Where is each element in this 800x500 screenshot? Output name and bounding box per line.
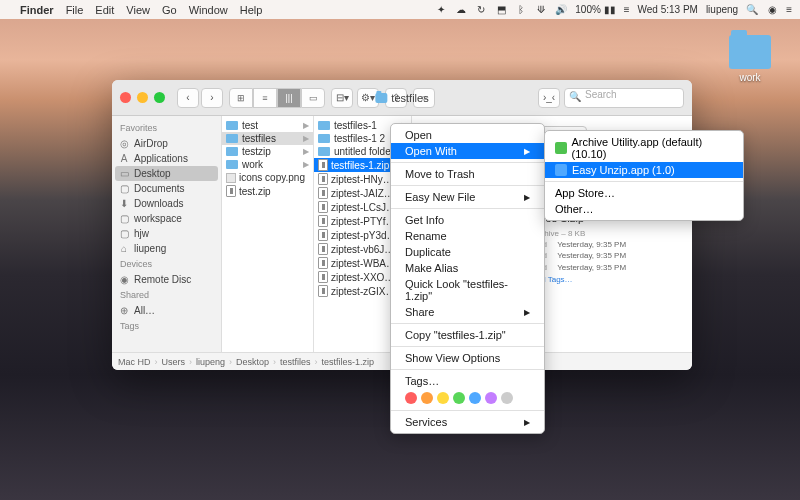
zoom-button[interactable] — [154, 92, 165, 103]
menu-item-services[interactable]: Services▶ — [391, 414, 544, 430]
menu-file[interactable]: File — [66, 4, 84, 16]
menu-item-duplicate[interactable]: Duplicate — [391, 244, 544, 260]
wifi-icon[interactable]: ⟱ — [535, 4, 547, 16]
sidebar-item-liupeng[interactable]: ⌂liupeng — [112, 241, 221, 256]
menu-edit[interactable]: Edit — [95, 4, 114, 16]
path-segment[interactable]: liupeng — [196, 357, 225, 367]
submenu-item-archive-utility[interactable]: Archive Utility.app (default) (10.10) — [545, 134, 743, 162]
evernote-icon[interactable]: ✦ — [435, 4, 447, 16]
menu-item-easy-new-file[interactable]: Easy New File▶ — [391, 189, 544, 205]
folder-icon — [318, 147, 330, 156]
menu-item-get-info[interactable]: Get Info — [391, 212, 544, 228]
path-segment[interactable]: Desktop — [236, 357, 269, 367]
minimize-button[interactable] — [137, 92, 148, 103]
list-item[interactable]: testzip▶ — [222, 145, 313, 158]
sidebar-item-documents[interactable]: ▢Documents — [112, 181, 221, 196]
back-button[interactable]: ‹ — [177, 88, 199, 108]
dropbox-icon[interactable]: ⬒ — [495, 4, 507, 16]
sync-icon[interactable]: ↻ — [475, 4, 487, 16]
tag-orange[interactable] — [421, 392, 433, 404]
sidebar-item-airdrop[interactable]: ◎AirDrop — [112, 136, 221, 151]
folder-icon — [226, 134, 238, 143]
forward-button[interactable]: › — [201, 88, 223, 108]
folder-icon — [318, 134, 330, 143]
list-item[interactable]: work▶ — [222, 158, 313, 171]
menu-view[interactable]: View — [126, 4, 150, 16]
list-item[interactable]: testfiles▶ — [222, 132, 313, 145]
zip-icon — [318, 243, 328, 255]
column-view-button[interactable]: ||| — [277, 88, 301, 108]
zip-icon — [318, 159, 328, 171]
zip-icon — [318, 229, 328, 241]
sidebar-heading-shared: Shared — [112, 287, 221, 303]
siri-icon[interactable]: ◉ — [766, 4, 778, 16]
bluetooth-icon[interactable]: ᛒ — [515, 4, 527, 16]
search-input[interactable]: Search — [564, 88, 684, 108]
notification-center-icon[interactable]: ≡ — [786, 4, 792, 15]
clock[interactable]: Wed 5:13 PM — [637, 4, 697, 15]
path-segment[interactable]: testfiles — [280, 357, 311, 367]
tag-green[interactable] — [453, 392, 465, 404]
menu-help[interactable]: Help — [240, 4, 263, 16]
menu-window[interactable]: Window — [189, 4, 228, 16]
volume-icon[interactable]: 🔊 — [555, 4, 567, 16]
tag-purple[interactable] — [485, 392, 497, 404]
titlebar: ‹ › ⊞ ≡ ||| ▭ ⊟▾ ⚙▾ ⇧ ○ testfiles ›_‹ Se… — [112, 80, 692, 116]
sidebar-item-remote-disc[interactable]: ◉Remote Disc — [112, 272, 221, 287]
tag-gray[interactable] — [501, 392, 513, 404]
menu-item-make-alias[interactable]: Make Alias — [391, 260, 544, 276]
path-segment[interactable]: testfiles-1.zip — [322, 357, 375, 367]
menu-item-share[interactable]: Share▶ — [391, 304, 544, 320]
menu-item-open-with[interactable]: Open With▶ — [391, 143, 544, 159]
submenu-item-easy-unzip[interactable]: Easy Unzip.app (1.0) — [545, 162, 743, 178]
user-menu[interactable]: liupeng — [706, 4, 738, 15]
list-view-button[interactable]: ≡ — [253, 88, 277, 108]
spotlight-icon[interactable]: 🔍 — [746, 4, 758, 15]
battery-status[interactable]: 100% ▮▮ — [575, 4, 615, 15]
list-item[interactable]: test▶ — [222, 119, 313, 132]
tag-red[interactable] — [405, 392, 417, 404]
tag-yellow[interactable] — [437, 392, 449, 404]
sidebar: Favorites ◎AirDrop AApplications ▭Deskto… — [112, 116, 222, 352]
list-item[interactable]: test.zip — [222, 184, 313, 198]
menu-item-quick-look[interactable]: Quick Look "testfiles-1.zip" — [391, 276, 544, 304]
zip-icon — [318, 257, 328, 269]
sidebar-item-all-shared[interactable]: ⊕All… — [112, 303, 221, 318]
zip-icon — [318, 173, 328, 185]
sidebar-item-desktop[interactable]: ▭Desktop — [115, 166, 218, 181]
path-segment[interactable]: Mac HD — [118, 357, 151, 367]
icon-view-button[interactable]: ⊞ — [229, 88, 253, 108]
menu-item-move-to-trash[interactable]: Move to Trash — [391, 166, 544, 182]
wechat-icon[interactable]: ☁ — [455, 4, 467, 16]
open-with-submenu: Archive Utility.app (default) (10.10) Ea… — [544, 130, 744, 221]
close-button[interactable] — [120, 92, 131, 103]
menu-item-copy[interactable]: Copy "testfiles-1.zip" — [391, 327, 544, 343]
menu-item-show-view-options[interactable]: Show View Options — [391, 350, 544, 366]
disc-icon: ◉ — [118, 274, 130, 285]
folder-icon — [226, 160, 238, 169]
sidebar-item-workspace[interactable]: ▢workspace — [112, 211, 221, 226]
folder-icon — [226, 121, 238, 130]
app-name[interactable]: Finder — [20, 4, 54, 16]
view-toggle: ⊞ ≡ ||| ▭ — [229, 88, 325, 108]
sidebar-item-applications[interactable]: AApplications — [112, 151, 221, 166]
list-item[interactable]: icons copy.png — [222, 171, 313, 184]
menu-item-open[interactable]: Open — [391, 127, 544, 143]
zip-icon — [318, 187, 328, 199]
folder-icon — [318, 121, 330, 130]
menu-item-tags[interactable]: Tags… — [391, 373, 544, 389]
gallery-view-button[interactable]: ▭ — [301, 88, 325, 108]
sidebar-item-downloads[interactable]: ⬇Downloads — [112, 196, 221, 211]
submenu-item-app-store[interactable]: App Store… — [545, 185, 743, 201]
folder-icon: ▢ — [118, 228, 130, 239]
arrange-button[interactable]: ⊟▾ — [331, 88, 353, 108]
path-toggle-button[interactable]: ›_‹ — [538, 88, 560, 108]
menu-item-rename[interactable]: Rename — [391, 228, 544, 244]
flag-icon[interactable]: ≡ — [624, 4, 630, 15]
path-segment[interactable]: Users — [162, 357, 186, 367]
desktop-folder-work[interactable]: work — [725, 35, 775, 83]
menu-go[interactable]: Go — [162, 4, 177, 16]
sidebar-item-hjw[interactable]: ▢hjw — [112, 226, 221, 241]
submenu-item-other[interactable]: Other… — [545, 201, 743, 217]
tag-blue[interactable] — [469, 392, 481, 404]
